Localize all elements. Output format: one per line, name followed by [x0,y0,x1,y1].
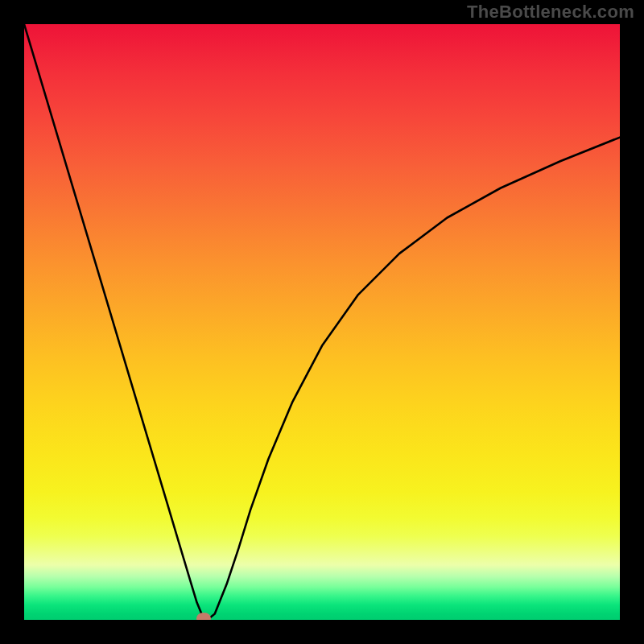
plot-area [24,24,620,620]
optimum-marker-dot [196,613,211,620]
chart-frame: TheBottleneck.com [0,0,644,644]
watermark-text: TheBottleneck.com [467,2,634,23]
plot-inner [24,24,620,620]
bottleneck-curve [24,24,620,620]
